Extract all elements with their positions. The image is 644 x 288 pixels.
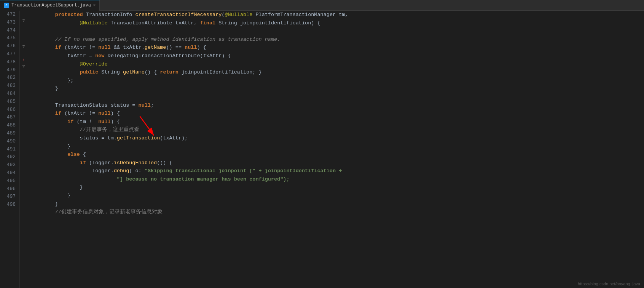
gutter-column: ▽▽↑▽ bbox=[20, 11, 27, 288]
code-line bbox=[30, 93, 644, 101]
line-number: 497 bbox=[3, 193, 16, 201]
gutter-empty bbox=[20, 96, 27, 103]
token: && txAttr. bbox=[111, 43, 145, 52]
token bbox=[30, 109, 55, 118]
token bbox=[30, 11, 55, 19]
code-line: if (logger.isDebugEnabled()) { bbox=[30, 159, 644, 167]
token: ( bbox=[222, 11, 225, 19]
gutter-empty bbox=[20, 123, 27, 130]
token bbox=[30, 159, 80, 167]
token: TransactionInfo bbox=[83, 11, 135, 19]
line-number: 484 bbox=[3, 90, 16, 98]
token: @Nullable bbox=[225, 11, 252, 19]
line-number: 486 bbox=[3, 106, 16, 114]
watermark: https://blog.csdn.net/boyang_java bbox=[578, 282, 640, 286]
token: null bbox=[98, 109, 110, 118]
gutter-empty bbox=[20, 116, 27, 123]
code-area: protected TransactionInfo createTransact… bbox=[27, 11, 644, 288]
token: if bbox=[55, 109, 61, 118]
token: } bbox=[30, 183, 83, 192]
tab-close-icon[interactable]: × bbox=[93, 3, 96, 8]
token: logger. bbox=[30, 167, 114, 175]
token bbox=[30, 68, 80, 77]
token: ) { bbox=[197, 43, 206, 52]
token bbox=[30, 43, 55, 52]
line-number: 492 bbox=[3, 153, 16, 161]
gutter-empty bbox=[20, 163, 27, 170]
token: PlatformTransactionManager tm, bbox=[252, 11, 348, 19]
line-number: 491 bbox=[3, 146, 16, 154]
line-number: 495 bbox=[3, 177, 16, 185]
token: } bbox=[30, 192, 70, 200]
fold-icon: ▽ bbox=[20, 43, 27, 50]
line-number: 479 bbox=[3, 66, 16, 74]
token: ) { bbox=[111, 109, 120, 118]
code-line: protected TransactionInfo createTransact… bbox=[30, 11, 644, 19]
tab-filename: TransactionAspectSupport.java bbox=[11, 3, 91, 8]
line-number: 477 bbox=[3, 50, 16, 58]
gutter-empty bbox=[20, 89, 27, 96]
code-line: TransactionStatus status = null; bbox=[30, 101, 644, 110]
gutter-empty bbox=[20, 103, 27, 110]
token: createTransactionIfNecessary bbox=[135, 11, 222, 19]
token: (logger. bbox=[86, 159, 114, 167]
token: TransactionStatus status = bbox=[30, 101, 139, 110]
line-number: 485 bbox=[3, 98, 16, 106]
token bbox=[30, 19, 80, 27]
code-line: status = tm.getTransaction(txAttr); bbox=[30, 134, 644, 142]
token: null bbox=[98, 43, 110, 52]
token bbox=[30, 118, 67, 126]
code-line: if (txAttr != null) { bbox=[30, 109, 644, 118]
token bbox=[30, 150, 67, 159]
code-line: //开启事务，这里重点看 bbox=[30, 126, 644, 134]
token: () { bbox=[145, 68, 160, 77]
line-number: 474 bbox=[3, 27, 16, 35]
token: "Skipping transactional joinpoint [" + j… bbox=[145, 167, 342, 175]
token: new bbox=[95, 52, 104, 60]
token: "] because no transaction manager has be… bbox=[117, 175, 290, 184]
gutter-empty bbox=[20, 143, 27, 150]
line-number: 489 bbox=[3, 130, 16, 138]
token: } bbox=[30, 142, 70, 151]
code-line: //创建事务信息对象，记录新老事务信息对象 bbox=[30, 208, 644, 216]
gutter-empty bbox=[20, 11, 27, 18]
gutter-empty bbox=[20, 156, 27, 163]
gutter-empty bbox=[20, 30, 27, 37]
code-line: logger.debug( o: "Skipping transactional… bbox=[30, 167, 644, 175]
token: //创建事务信息对象，记录新老事务信息对象 bbox=[30, 208, 163, 216]
token: String joinpointIdentification) { bbox=[215, 19, 320, 27]
line-numbers-column: 4724734744754764774784794824834844854864… bbox=[0, 11, 20, 288]
token: (txAttr != bbox=[61, 109, 98, 118]
token: txAttr = bbox=[30, 52, 95, 60]
gutter-empty bbox=[20, 150, 27, 157]
token: if bbox=[80, 159, 86, 167]
token: status = tm. bbox=[30, 134, 117, 142]
token: (txAttr != bbox=[61, 43, 98, 52]
code-line: else { bbox=[30, 150, 644, 159]
line-number: 475 bbox=[3, 34, 16, 42]
fold-icon: ▽ bbox=[20, 18, 27, 24]
token: debug bbox=[114, 167, 129, 175]
file-tab[interactable]: c TransactionAspectSupport.java × bbox=[0, 0, 100, 11]
code-line: "] because no transaction manager has be… bbox=[30, 175, 644, 184]
token: String bbox=[98, 68, 123, 77]
line-number: 482 bbox=[3, 74, 16, 82]
gutter-empty bbox=[20, 37, 27, 44]
gutter-empty bbox=[20, 76, 27, 83]
gutter-empty bbox=[20, 109, 27, 116]
code-line: }; bbox=[30, 77, 644, 85]
gutter-arrow-up: ↑ bbox=[20, 56, 27, 63]
code-line: } bbox=[30, 192, 644, 200]
token: TransactionAttribute txAttr, bbox=[108, 19, 200, 27]
token: ; bbox=[151, 101, 154, 110]
editor-root: c TransactionAspectSupport.java × 472473… bbox=[0, 0, 644, 288]
token bbox=[30, 175, 117, 184]
line-number: 483 bbox=[3, 82, 16, 90]
token: return bbox=[160, 68, 179, 77]
token: joinpointIdentification; } bbox=[179, 68, 262, 77]
line-number: 488 bbox=[3, 122, 16, 130]
token: @Override bbox=[80, 60, 108, 69]
token: if bbox=[55, 43, 61, 52]
token: }; bbox=[30, 77, 73, 85]
token: getTransaction bbox=[117, 134, 160, 142]
